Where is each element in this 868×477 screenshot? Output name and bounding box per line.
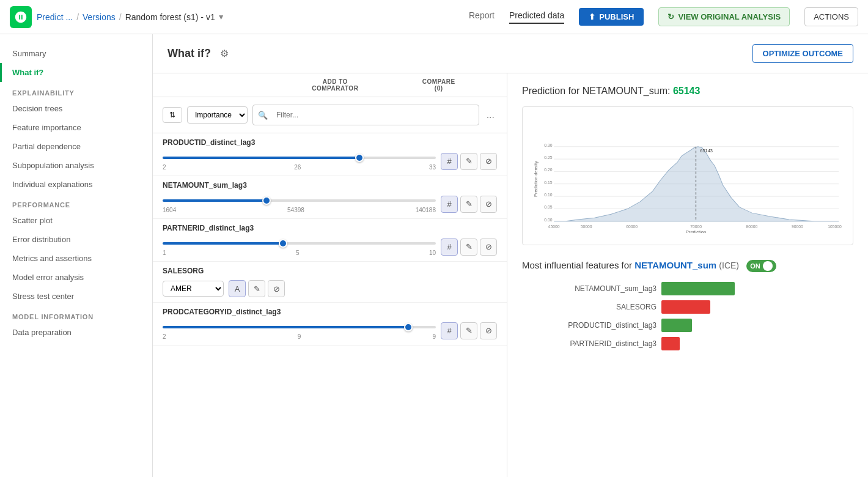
bar-row: NETAMOUNT_sum_lag3 xyxy=(522,282,853,295)
feature-item: NETAMOUNT_sum_lag3 1604 54398 xyxy=(153,176,507,219)
search-icon: 🔍 xyxy=(258,111,268,120)
sidebar-item-stress-test-center[interactable]: Stress test center xyxy=(0,287,152,306)
chevron-down-icon[interactable]: ▼ xyxy=(218,13,225,21)
feature-item: SALESORG AMER A ✎ ⊘ xyxy=(153,262,507,303)
feature-item: PRODUCTID_distinct_lag3 2 26 xyxy=(153,133,507,176)
reset-button[interactable]: ⊘ xyxy=(268,280,285,297)
feature-row: 2 9 9 # ✎ ⊘ xyxy=(163,321,497,340)
edit-button[interactable]: ✎ xyxy=(248,280,265,297)
slider-track[interactable] xyxy=(163,326,436,328)
sidebar-section-model-info: MODEL INFORMATION xyxy=(0,306,152,323)
hash-button[interactable]: # xyxy=(441,239,458,256)
svg-text:Prediction: Prediction xyxy=(686,229,706,233)
bar-chart: NETAMOUNT_sum_lag3 SALESORG xyxy=(522,282,853,350)
feature-row: 2 26 33 # ✎ ⊘ xyxy=(163,152,497,171)
ellipsis-button[interactable]: ... xyxy=(484,109,497,120)
sidebar-item-summary[interactable]: Summary xyxy=(0,44,152,63)
sidebar-item-feature-importance[interactable]: Feature importance xyxy=(0,118,152,137)
hash-button[interactable]: # xyxy=(441,322,458,339)
whatif-header: What if? ⚙ OPTIMIZE OUTCOME xyxy=(153,34,868,73)
bar-container xyxy=(661,319,853,332)
sidebar-item-individual-explanations[interactable]: Individual explanations xyxy=(0,175,152,194)
slider-container: 2 26 33 xyxy=(163,152,436,171)
slider-track[interactable] xyxy=(163,242,436,245)
svg-text:0.00: 0.00 xyxy=(544,218,552,222)
bar-red xyxy=(661,300,710,314)
sidebar-item-partial-dependence[interactable]: Partial dependence xyxy=(0,137,152,156)
svg-text:105000: 105000 xyxy=(828,224,842,229)
sidebar-section-performance: PERFORMANCE xyxy=(0,194,152,211)
feature-item: PRODCATEGORYID_distinct_lag3 2 9 xyxy=(153,303,507,346)
svg-text:0.25: 0.25 xyxy=(544,155,552,160)
tab-report[interactable]: Report xyxy=(469,10,495,24)
sidebar-item-subpopulation-analysis[interactable]: Subpopulation analysis xyxy=(0,156,152,175)
bar-row: PRODUCTID_distinct_lag3 xyxy=(522,319,853,332)
main-layout: Summary What if? EXPLAINABILITY Decision… xyxy=(0,34,868,477)
slider-track[interactable] xyxy=(163,157,436,159)
slider-thumb[interactable] xyxy=(279,239,287,248)
sidebar-item-model-error-analysis[interactable]: Model error analysis xyxy=(0,268,152,287)
column-headers: ADD TO COMPARATOR COMPARE (0) xyxy=(153,73,507,97)
edit-button[interactable]: ✎ xyxy=(460,239,477,256)
sidebar-item-decision-trees[interactable]: Decision trees xyxy=(0,99,152,118)
influential-section: Most influential features for NETAMOUNT_… xyxy=(522,260,853,350)
sidebar-item-scatter-plot[interactable]: Scatter plot xyxy=(0,211,152,230)
sidebar-item-whatif[interactable]: What if? xyxy=(0,63,152,82)
bar-green xyxy=(661,282,735,295)
whatif-title-container: What if? ⚙ xyxy=(167,45,233,62)
prediction-title: Prediction for NETAMOUNT_sum: 65143 xyxy=(522,86,853,97)
app-logo xyxy=(10,6,32,28)
section-title: Most influential features for NETAMOUNT_… xyxy=(522,260,853,272)
salesorg-select[interactable]: AMER xyxy=(163,281,224,297)
slider-fill xyxy=(163,157,359,159)
feature-row: 1604 54398 140188 # ✎ ⊘ xyxy=(163,194,497,213)
sidebar: Summary What if? EXPLAINABILITY Decision… xyxy=(0,34,153,477)
bar-row: SALESORG xyxy=(522,300,853,314)
gear-button[interactable]: ⚙ xyxy=(216,45,233,62)
svg-text:0.10: 0.10 xyxy=(544,193,552,197)
actions-button[interactable]: ACTIONS xyxy=(804,7,858,26)
sort-button[interactable]: ⇅ xyxy=(163,107,182,123)
view-original-button[interactable]: ↻ VIEW ORIGINAL ANALYSIS xyxy=(658,7,790,26)
sidebar-item-error-distribution[interactable]: Error distribution xyxy=(0,230,152,249)
action-buttons: A ✎ ⊘ xyxy=(229,280,285,297)
breadcrumb-current: Random forest (s1) - v1 ▼ xyxy=(125,12,225,22)
reset-button[interactable]: ⊘ xyxy=(480,196,497,213)
sidebar-item-data-preparation[interactable]: Data preparation xyxy=(0,323,152,342)
hash-button[interactable]: # xyxy=(441,153,458,170)
importance-select[interactable]: Importance xyxy=(187,106,248,124)
chart-svg: Prediction density 0.00 0.05 0.10 0.15 0… xyxy=(532,117,843,233)
optimize-button[interactable]: OPTIMIZE OUTCOME xyxy=(752,44,853,63)
ice-toggle[interactable]: ON xyxy=(746,260,776,272)
reset-button[interactable]: ⊘ xyxy=(480,239,497,256)
refresh-icon: ↻ xyxy=(668,12,674,21)
slider-thumb[interactable] xyxy=(262,196,271,205)
reset-button[interactable]: ⊘ xyxy=(480,322,497,339)
slider-thumb[interactable] xyxy=(404,323,413,331)
hash-button[interactable]: # xyxy=(441,196,458,213)
edit-button[interactable]: ✎ xyxy=(460,196,477,213)
slider-labels: 1 5 10 xyxy=(163,250,436,256)
publish-button[interactable]: ⬆ PUBLISH xyxy=(579,8,644,26)
action-buttons: # ✎ ⊘ xyxy=(441,196,497,213)
reset-button[interactable]: ⊘ xyxy=(480,153,497,170)
slider-thumb[interactable] xyxy=(355,153,364,162)
toggle-circle xyxy=(763,261,773,271)
text-button[interactable]: A xyxy=(229,280,246,297)
left-panel: ADD TO COMPARATOR COMPARE (0) ⇅ Imp xyxy=(153,73,507,477)
edit-button[interactable]: ✎ xyxy=(460,153,477,170)
add-to-comparator-header: ADD TO xyxy=(278,78,392,85)
ice-label: (ICE) xyxy=(719,261,739,270)
tab-predicted-data[interactable]: Predicted data xyxy=(509,10,564,24)
edit-button[interactable]: ✎ xyxy=(460,322,477,339)
content-body: ADD TO COMPARATOR COMPARE (0) ⇅ Imp xyxy=(153,73,868,477)
breadcrumb-predict[interactable]: Predict ... xyxy=(37,12,73,22)
filter-input[interactable] xyxy=(270,108,474,122)
content-area: What if? ⚙ OPTIMIZE OUTCOME ADD TO COMPA… xyxy=(153,34,868,477)
svg-text:Prediction density: Prediction density xyxy=(533,161,539,197)
action-buttons: # ✎ ⊘ xyxy=(441,153,497,170)
breadcrumb-versions[interactable]: Versions xyxy=(83,12,116,22)
slider-track[interactable] xyxy=(163,199,436,202)
sidebar-item-metrics-assertions[interactable]: Metrics and assertions xyxy=(0,249,152,268)
feature-link: NETAMOUNT_sum xyxy=(634,260,716,270)
